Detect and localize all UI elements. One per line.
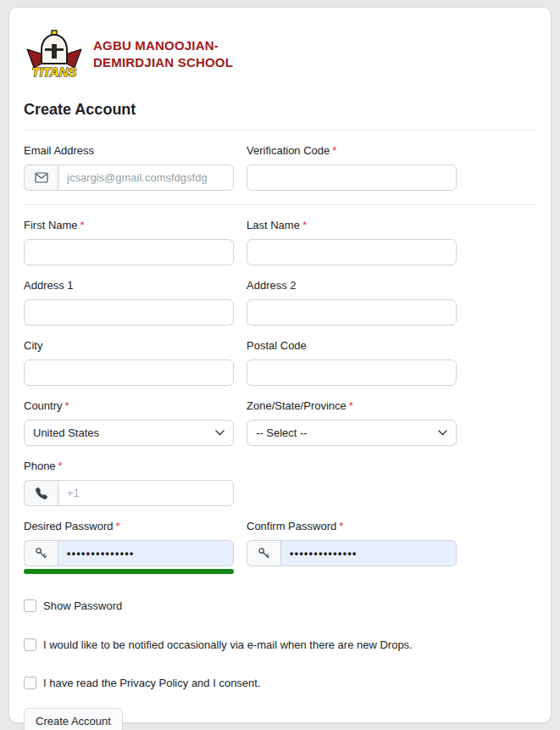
show-password-label: Show Password xyxy=(43,599,122,612)
address2-input[interactable] xyxy=(247,299,457,326)
last-name-input[interactable] xyxy=(247,239,457,265)
address1-label: Address 1 xyxy=(24,279,234,292)
page-title: Create Account xyxy=(24,101,536,119)
notify-checkbox[interactable] xyxy=(24,638,36,651)
school-name-line2: DEMIRDJIAN SCHOOL xyxy=(93,54,233,71)
envelope-icon xyxy=(24,164,58,191)
postal-code-input[interactable] xyxy=(247,359,457,386)
create-account-card: TITANS AGBU MANOOJIAN- DEMIRDJIAN SCHOOL… xyxy=(8,7,552,723)
required-mark: * xyxy=(349,399,353,412)
phone-row: Phone* xyxy=(24,460,536,506)
school-name-line1: AGBU MANOOJIAN- xyxy=(93,37,233,54)
phone-input-group xyxy=(24,480,234,506)
school-name: AGBU MANOOJIAN- DEMIRDJIAN SCHOOL xyxy=(93,37,233,72)
titans-logo: TITANS xyxy=(24,30,85,79)
first-name-label: First Name* xyxy=(24,219,234,231)
postal-code-label: Postal Code xyxy=(247,339,457,352)
notify-label: I would like to be notified occasionally… xyxy=(43,638,413,651)
required-mark: * xyxy=(339,520,343,532)
required-mark: * xyxy=(80,219,85,231)
city-label: City xyxy=(24,339,234,352)
required-mark: * xyxy=(65,399,69,412)
phone-icon xyxy=(24,480,58,506)
zone-select-value: -- Select -- xyxy=(256,426,308,439)
confirm-password-group xyxy=(247,540,457,566)
zone-select[interactable]: -- Select -- xyxy=(247,420,457,446)
name-row: First Name* Last Name* xyxy=(24,219,536,265)
required-mark: * xyxy=(332,144,336,157)
desired-password-input[interactable] xyxy=(58,540,234,566)
school-header: TITANS AGBU MANOOJIAN- DEMIRDJIAN SCHOOL xyxy=(24,30,536,79)
privacy-checkbox[interactable] xyxy=(24,677,36,689)
show-password-checkbox[interactable] xyxy=(24,599,36,612)
country-select[interactable]: United States xyxy=(24,420,234,446)
create-account-button[interactable]: Create Account xyxy=(24,708,123,730)
phone-label: Phone* xyxy=(24,460,234,472)
verification-code-label: Verification Code* xyxy=(247,144,457,157)
phone-input[interactable] xyxy=(58,480,234,506)
required-mark: * xyxy=(302,219,307,231)
privacy-policy-link[interactable]: Privacy Policy xyxy=(119,677,188,689)
last-name-label: Last Name* xyxy=(247,219,457,231)
chevron-down-icon xyxy=(438,430,447,436)
show-password-row: Show Password xyxy=(24,599,536,612)
email-input-group xyxy=(24,164,234,191)
city-input[interactable] xyxy=(24,359,234,386)
first-name-input[interactable] xyxy=(24,239,234,265)
address2-label: Address 2 xyxy=(247,279,457,292)
address-row: Address 1 Address 2 xyxy=(24,279,536,326)
key-icon xyxy=(24,540,58,566)
verification-code-input[interactable] xyxy=(247,164,457,191)
desired-password-group xyxy=(24,540,234,566)
country-select-value: United States xyxy=(33,426,99,439)
notify-row: I would like to be notified occasionally… xyxy=(24,638,536,651)
divider-top xyxy=(24,130,536,131)
email-input[interactable] xyxy=(58,164,234,191)
divider-section xyxy=(24,204,536,205)
password-row: Desired Password* Confirm Password* xyxy=(24,520,536,574)
password-strength-bar xyxy=(24,569,234,574)
key-icon xyxy=(247,540,280,566)
country-label: Country* xyxy=(24,399,234,412)
privacy-row: I have read the Privacy Policy and I con… xyxy=(24,677,536,689)
chevron-down-icon xyxy=(215,430,225,436)
confirm-password-input[interactable] xyxy=(280,540,457,566)
country-zone-row: Country* United States Zone/State/Provin… xyxy=(24,399,536,446)
titans-logo-text: TITANS xyxy=(31,64,76,79)
zone-label: Zone/State/Province* xyxy=(247,399,457,412)
email-label: Email Address xyxy=(24,144,234,157)
city-postal-row: City Postal Code xyxy=(24,339,536,386)
email-verification-row: Email Address Verification Code* xyxy=(24,144,536,191)
desired-password-label: Desired Password* xyxy=(24,520,234,532)
privacy-label: I have read the Privacy Policy and I con… xyxy=(43,677,261,689)
required-mark: * xyxy=(116,520,120,532)
address1-input[interactable] xyxy=(24,299,234,326)
confirm-password-label: Confirm Password* xyxy=(247,520,457,532)
required-mark: * xyxy=(58,460,63,472)
